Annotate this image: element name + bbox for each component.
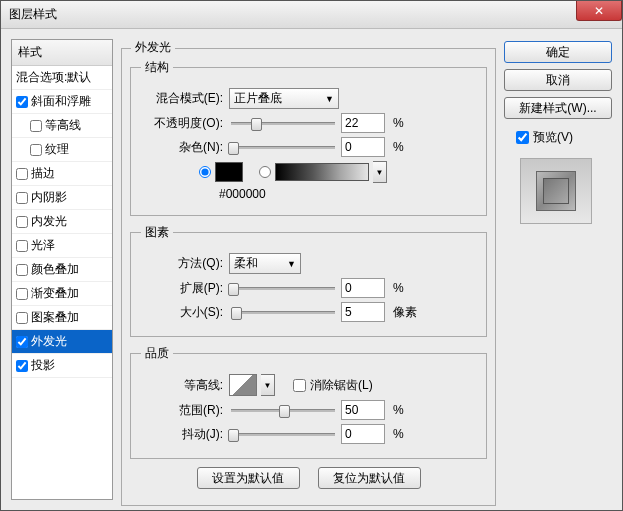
style-label: 内阴影 [31,189,67,206]
style-checkbox[interactable] [16,288,28,300]
preview-checkbox[interactable] [516,131,529,144]
chevron-down-icon: ▼ [287,259,296,269]
blend-mode-label: 混合模式(E): [141,90,225,107]
style-item-5[interactable]: 内发光 [12,210,112,234]
noise-label: 杂色(N): [141,139,225,156]
noise-slider[interactable] [231,146,335,149]
close-icon: ✕ [594,4,604,18]
layer-style-dialog: 图层样式 ✕ 样式 混合选项:默认 斜面和浮雕等高线纹理描边内阴影内发光光泽颜色… [0,0,623,511]
structure-legend: 结构 [141,59,173,76]
styles-list-panel: 样式 混合选项:默认 斜面和浮雕等高线纹理描边内阴影内发光光泽颜色叠加渐变叠加图… [11,39,113,500]
style-checkbox[interactable] [16,312,28,324]
gradient-dropdown-icon[interactable]: ▼ [373,161,387,183]
opacity-label: 不透明度(O): [141,115,225,132]
slider-thumb[interactable] [228,283,239,296]
ok-button[interactable]: 确定 [504,41,612,63]
style-label: 光泽 [31,237,55,254]
options-panel: 外发光 结构 混合模式(E): 正片叠底 ▼ 不透明度(O): [121,39,496,500]
style-item-6[interactable]: 光泽 [12,234,112,258]
size-unit: 像素 [393,304,417,321]
preview-shape [536,171,576,211]
element-group: 图素 方法(Q): 柔和 ▼ 扩展(P): % [130,224,487,337]
style-item-10[interactable]: 外发光 [12,330,112,354]
jitter-label: 抖动(J): [141,426,225,443]
size-input[interactable] [341,302,385,322]
style-checkbox[interactable] [16,360,28,372]
opacity-input[interactable] [341,113,385,133]
style-label: 纹理 [45,141,69,158]
color-radio[interactable] [199,166,211,178]
style-label: 投影 [31,357,55,374]
spread-unit: % [393,281,404,295]
style-item-1[interactable]: 等高线 [12,114,112,138]
opacity-unit: % [393,116,404,130]
style-checkbox[interactable] [16,336,28,348]
style-label: 描边 [31,165,55,182]
noise-input[interactable] [341,137,385,157]
method-select[interactable]: 柔和 ▼ [229,253,301,274]
slider-thumb[interactable] [228,429,239,442]
style-item-0[interactable]: 斜面和浮雕 [12,90,112,114]
style-item-4[interactable]: 内阴影 [12,186,112,210]
antialias-label: 消除锯齿(L) [310,377,373,394]
new-style-button[interactable]: 新建样式(W)... [504,97,612,119]
close-button[interactable]: ✕ [576,1,622,21]
contour-swatch[interactable] [229,374,257,396]
quality-group: 品质 等高线: ▼ 消除锯齿(L) 范围(R): % [130,345,487,459]
noise-unit: % [393,140,404,154]
method-label: 方法(Q): [141,255,225,272]
style-checkbox[interactable] [30,120,42,132]
style-item-7[interactable]: 颜色叠加 [12,258,112,282]
spread-slider[interactable] [231,287,335,290]
style-checkbox[interactable] [16,240,28,252]
style-label: 内发光 [31,213,67,230]
blend-mode-select[interactable]: 正片叠底 ▼ [229,88,339,109]
style-checkbox[interactable] [16,264,28,276]
cancel-button[interactable]: 取消 [504,69,612,91]
styles-header: 样式 [12,40,112,66]
range-input[interactable] [341,400,385,420]
hex-label: #000000 [219,187,266,201]
style-label: 等高线 [45,117,81,134]
reset-default-button[interactable]: 复位为默认值 [318,467,421,489]
style-label: 外发光 [31,333,67,350]
set-default-button[interactable]: 设置为默认值 [197,467,300,489]
size-slider[interactable] [231,311,335,314]
spread-input[interactable] [341,278,385,298]
section-title: 外发光 [131,40,175,54]
style-label: 图案叠加 [31,309,79,326]
style-checkbox[interactable] [16,216,28,228]
color-swatch[interactable] [215,162,243,182]
style-checkbox[interactable] [16,96,28,108]
spread-label: 扩展(P): [141,280,225,297]
antialias-checkbox[interactable] [293,379,306,392]
slider-thumb[interactable] [279,405,290,418]
style-label: 颜色叠加 [31,261,79,278]
structure-group: 结构 混合模式(E): 正片叠底 ▼ 不透明度(O): % [130,59,487,216]
contour-dropdown-icon[interactable]: ▼ [261,374,275,396]
slider-thumb[interactable] [228,142,239,155]
jitter-input[interactable] [341,424,385,444]
gradient-radio[interactable] [259,166,271,178]
jitter-slider[interactable] [231,433,335,436]
gradient-swatch[interactable] [275,163,369,181]
range-slider[interactable] [231,409,335,412]
slider-thumb[interactable] [231,307,242,320]
style-item-8[interactable]: 渐变叠加 [12,282,112,306]
window-title: 图层样式 [5,6,57,23]
style-item-9[interactable]: 图案叠加 [12,306,112,330]
range-unit: % [393,403,404,417]
blending-options-item[interactable]: 混合选项:默认 [12,66,112,90]
chevron-down-icon: ▼ [325,94,334,104]
quality-legend: 品质 [141,345,173,362]
size-label: 大小(S): [141,304,225,321]
style-item-3[interactable]: 描边 [12,162,112,186]
slider-thumb[interactable] [251,118,262,131]
style-checkbox[interactable] [30,144,42,156]
style-checkbox[interactable] [16,168,28,180]
action-panel: 确定 取消 新建样式(W)... 预览(V) [504,39,612,500]
style-item-11[interactable]: 投影 [12,354,112,378]
style-item-2[interactable]: 纹理 [12,138,112,162]
opacity-slider[interactable] [231,122,335,125]
style-checkbox[interactable] [16,192,28,204]
